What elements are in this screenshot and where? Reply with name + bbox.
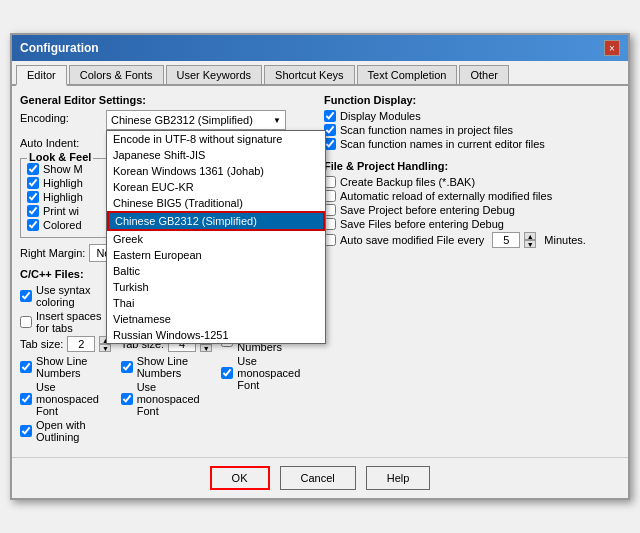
look-label-2: Highligh (43, 191, 83, 203)
cpp-tab-down[interactable]: ▼ (99, 344, 111, 352)
tab-editor[interactable]: Editor (16, 65, 67, 86)
encoding-option-utf8[interactable]: Encode in UTF-8 without signature (107, 131, 325, 147)
cpp-syntax-label: Use syntax coloring (36, 284, 115, 308)
cancel-button[interactable]: Cancel (280, 466, 356, 490)
scan-editor-row: Scan function names in current editor fi… (324, 138, 620, 150)
tab-shortcut-keys[interactable]: Shortcut Keys (264, 65, 354, 84)
fp-reload-label: Automatic reload of externally modified … (340, 190, 552, 202)
ok-button[interactable]: OK (210, 466, 270, 490)
cpp-spaces-label: Insert spaces for tabs (36, 310, 115, 334)
look-label-1: Highligh (43, 177, 83, 189)
look-checkbox-1[interactable] (27, 177, 39, 189)
asm-line-nums: Show Line Numbers (121, 355, 216, 379)
encoding-label: Encoding: (20, 110, 100, 124)
cpp-files-col: C/C++ Files: Use syntax coloring Insert … (20, 268, 115, 445)
fp-backup: Create Backup files (*.BAK) (324, 176, 620, 188)
configuration-dialog: Configuration × Editor Colors & Fonts Us… (10, 33, 630, 500)
cpp-outlining: Open with Outlining (20, 419, 115, 443)
button-bar: OK Cancel Help (12, 457, 628, 498)
encoding-option-turkish[interactable]: Turkish (107, 279, 325, 295)
look-checkbox-0[interactable] (27, 163, 39, 175)
encoding-option-korean-1361[interactable]: Korean Windows 1361 (Johab) (107, 163, 325, 179)
encoding-dropdown-container: Chinese GB2312 (Simplified) ▼ Encode in … (106, 110, 286, 130)
other-mono: Use monospaced Font (221, 355, 316, 391)
fp-save-files: Save Files before entering Debug (324, 218, 620, 230)
fp-save-project-label: Save Project before entering Debug (340, 204, 515, 216)
other-mono-checkbox[interactable] (221, 367, 233, 379)
fp-minutes-label: Minutes. (544, 234, 586, 246)
cpp-tab-label: Tab size: (20, 338, 63, 350)
encoding-option-baltic[interactable]: Baltic (107, 263, 325, 279)
asm-tab-down[interactable]: ▼ (200, 344, 212, 352)
cpp-spaces: Insert spaces for tabs (20, 310, 115, 334)
asm-mono-label: Use monospaced Font (137, 381, 216, 417)
cpp-syntax-checkbox[interactable] (20, 290, 32, 302)
cpp-mono-label: Use monospaced Font (36, 381, 115, 417)
tab-user-keywords[interactable]: User Keywords (166, 65, 263, 84)
encoding-option-thai[interactable]: Thai (107, 295, 325, 311)
encoding-option-russian[interactable]: Russian Windows-1251 (107, 327, 325, 343)
cpp-syntax: Use syntax coloring (20, 284, 115, 308)
encoding-option-vietnamese[interactable]: Vietnamese (107, 311, 325, 327)
cpp-line-nums-checkbox[interactable] (20, 361, 32, 373)
cpp-spaces-checkbox[interactable] (20, 316, 32, 328)
encoding-selected-text: Chinese GB2312 (Simplified) (111, 114, 253, 126)
tab-colors-fonts[interactable]: Colors & Fonts (69, 65, 164, 84)
cpp-tab-input[interactable] (67, 336, 95, 352)
fp-autosave-label: Auto save modified File every (340, 234, 484, 246)
display-modules-label: Display Modules (340, 110, 421, 122)
look-label-4: Colored (43, 219, 82, 231)
fp-autosave: Auto save modified File every ▲ ▼ Minute… (324, 232, 620, 248)
look-checkbox-2[interactable] (27, 191, 39, 203)
left-panel: General Editor Settings: Encoding: Chine… (20, 94, 316, 445)
fp-autosave-up[interactable]: ▲ (524, 232, 536, 240)
cpp-mono-checkbox[interactable] (20, 393, 32, 405)
auto-indent-label: Auto Indent: (20, 137, 100, 149)
other-mono-label: Use monospaced Font (237, 355, 316, 391)
encoding-option-korean-euc[interactable]: Korean EUC-KR (107, 179, 325, 195)
encoding-option-big5[interactable]: Chinese BIG5 (Traditional) (107, 195, 325, 211)
tab-other[interactable]: Other (459, 65, 509, 84)
tab-content: General Editor Settings: Encoding: Chine… (12, 86, 628, 453)
display-modules-row: Display Modules (324, 110, 620, 122)
display-modules-checkbox[interactable] (324, 110, 336, 122)
file-project-title: File & Project Handling: (324, 160, 620, 172)
cpp-line-nums-label: Show Line Numbers (36, 355, 115, 379)
tab-bar: Editor Colors & Fonts User Keywords Shor… (12, 61, 628, 86)
fp-autosave-down[interactable]: ▼ (524, 240, 536, 248)
cpp-files-title: C/C++ Files: (20, 268, 115, 280)
look-feel-title: Look & Feel (27, 151, 93, 163)
general-settings-title: General Editor Settings: (20, 94, 316, 106)
scan-project-row: Scan function names in project files (324, 124, 620, 136)
encoding-option-eastern[interactable]: Eastern European (107, 247, 325, 263)
fp-reload: Automatic reload of externally modified … (324, 190, 620, 202)
cpp-outlining-label: Open with Outlining (36, 419, 115, 443)
look-label-3: Print wi (43, 205, 79, 217)
main-layout: General Editor Settings: Encoding: Chine… (20, 94, 620, 445)
close-button[interactable]: × (604, 40, 620, 56)
encoding-dropdown-list: Encode in UTF-8 without signature Japane… (106, 130, 326, 344)
cpp-tab-row: Tab size: ▲ ▼ (20, 336, 115, 352)
asm-mono: Use monospaced Font (121, 381, 216, 417)
help-button[interactable]: Help (366, 466, 431, 490)
fp-save-files-label: Save Files before entering Debug (340, 218, 504, 230)
dropdown-arrow-icon: ▼ (273, 116, 281, 125)
encoding-option-shift-jis[interactable]: Japanese Shift-JIS (107, 147, 325, 163)
encoding-option-gb2312[interactable]: Chinese GB2312 (Simplified) (107, 211, 325, 231)
dialog-title: Configuration (20, 41, 99, 55)
function-display-title: Function Display: (324, 94, 620, 106)
fp-autosave-input[interactable] (492, 232, 520, 248)
scan-editor-label: Scan function names in current editor fi… (340, 138, 545, 150)
asm-line-nums-checkbox[interactable] (121, 361, 133, 373)
tab-text-completion[interactable]: Text Completion (357, 65, 458, 84)
encoding-dropdown-trigger[interactable]: Chinese GB2312 (Simplified) ▼ (106, 110, 286, 130)
cpp-line-nums: Show Line Numbers (20, 355, 115, 379)
right-margin-label: Right Margin: (20, 247, 85, 259)
encoding-option-greek[interactable]: Greek (107, 231, 325, 247)
look-checkbox-3[interactable] (27, 205, 39, 217)
cpp-outlining-checkbox[interactable] (20, 425, 32, 437)
asm-mono-checkbox[interactable] (121, 393, 133, 405)
look-checkbox-4[interactable] (27, 219, 39, 231)
look-label-0: Show M (43, 163, 83, 175)
fp-backup-label: Create Backup files (*.BAK) (340, 176, 475, 188)
